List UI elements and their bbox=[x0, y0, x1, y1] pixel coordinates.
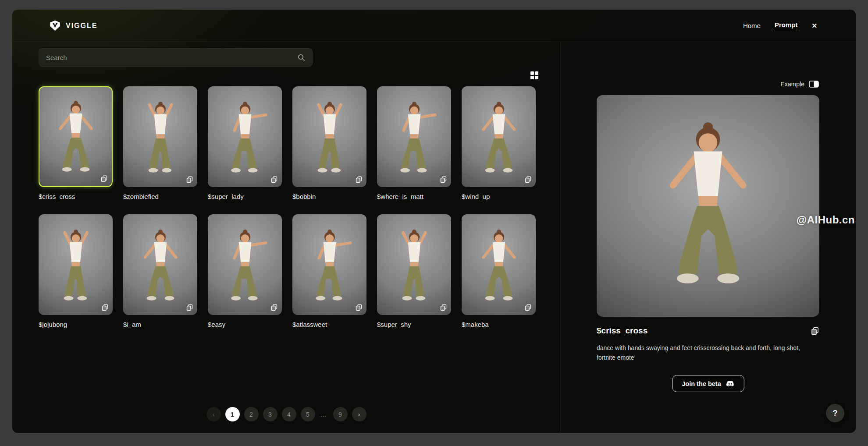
template-label: $super_lady bbox=[208, 193, 282, 200]
template-card-criss-cross[interactable] bbox=[39, 86, 113, 187]
template-cell: $easy bbox=[208, 214, 282, 328]
dancer-figure bbox=[385, 96, 443, 185]
brand-name: VIGGLE bbox=[66, 22, 97, 30]
pagination-page-3[interactable]: 3 bbox=[263, 407, 277, 421]
copy-icon[interactable] bbox=[811, 326, 819, 335]
template-card-atlassweet[interactable] bbox=[292, 214, 366, 315]
template-label: $where_is_matt bbox=[377, 193, 451, 200]
example-label: Example bbox=[781, 81, 804, 88]
template-card-super-shy[interactable] bbox=[377, 214, 451, 315]
detail-title-row: $criss_cross bbox=[597, 326, 819, 336]
dancer-figure bbox=[47, 95, 105, 184]
viggle-logo-icon bbox=[49, 20, 61, 32]
copy-icon[interactable] bbox=[186, 176, 193, 183]
detail-description: dance with hands swaying and feet crissc… bbox=[597, 343, 818, 362]
close-icon[interactable]: ✕ bbox=[811, 22, 817, 30]
template-card-wind-up[interactable] bbox=[462, 86, 536, 187]
pagination-page-9[interactable]: 9 bbox=[333, 407, 348, 421]
dancer-figure bbox=[470, 223, 528, 313]
join-beta-button[interactable]: Join the beta bbox=[672, 375, 744, 392]
template-label: $bobbin bbox=[292, 193, 366, 200]
template-card-i-am[interactable] bbox=[123, 214, 197, 315]
template-grid: $criss_cross $zombiefied $super_lady bbox=[39, 86, 536, 328]
example-toggle-icon[interactable] bbox=[809, 81, 819, 88]
dancer-figure bbox=[301, 96, 359, 185]
template-cell: $makeba bbox=[462, 214, 536, 328]
template-card-easy[interactable] bbox=[208, 214, 282, 315]
template-cell: $super_lady bbox=[208, 86, 282, 200]
dancer-figure bbox=[132, 223, 189, 313]
template-label: $wind_up bbox=[462, 193, 536, 200]
copy-icon[interactable] bbox=[524, 176, 532, 183]
template-label: $atlassweet bbox=[292, 321, 366, 328]
app-window: VIGGLE Home Prompt ✕ bbox=[12, 10, 856, 433]
copy-icon[interactable] bbox=[270, 304, 278, 311]
pagination-next-icon[interactable]: › bbox=[352, 407, 366, 421]
detail-panel: Example @AIHub.cn $criss_cross dance wit… bbox=[560, 42, 856, 433]
template-browser: $criss_cross $zombiefied $super_lady bbox=[12, 42, 560, 433]
dancer-figure bbox=[216, 223, 274, 313]
copy-icon[interactable] bbox=[440, 304, 447, 311]
detail-title: $criss_cross bbox=[597, 326, 647, 336]
search-input[interactable] bbox=[46, 54, 297, 61]
copy-icon[interactable] bbox=[440, 176, 447, 183]
pagination-ellipsis: … bbox=[320, 411, 329, 418]
copy-icon[interactable] bbox=[524, 304, 532, 311]
template-cell: $jojubong bbox=[39, 214, 113, 328]
top-bar: VIGGLE Home Prompt ✕ bbox=[12, 10, 856, 42]
template-cell: $zombiefied bbox=[123, 86, 197, 200]
dancer-figure bbox=[470, 96, 528, 185]
search-bar[interactable] bbox=[39, 48, 313, 67]
copy-icon[interactable] bbox=[100, 175, 108, 182]
template-cell: $bobbin bbox=[292, 86, 366, 200]
join-beta-label: Join the beta bbox=[682, 380, 721, 387]
template-label: $super_shy bbox=[377, 321, 451, 328]
nav-item-prompt[interactable]: Prompt bbox=[775, 21, 798, 30]
pagination: ‹ 1 2 3 4 5 … 9 › bbox=[12, 407, 560, 421]
discord-icon bbox=[726, 379, 735, 388]
template-card-jojubong[interactable] bbox=[39, 214, 113, 315]
watermark: @AIHub.cn bbox=[797, 214, 855, 226]
template-cell: $criss_cross bbox=[39, 86, 113, 200]
template-label: $criss_cross bbox=[39, 193, 113, 200]
help-button[interactable]: ? bbox=[826, 404, 844, 422]
pagination-prev-icon[interactable]: ‹ bbox=[206, 407, 221, 421]
template-card-zombiefied[interactable] bbox=[123, 86, 197, 187]
template-label: $i_am bbox=[123, 321, 197, 328]
template-card-where-is-matt[interactable] bbox=[377, 86, 451, 187]
copy-icon[interactable] bbox=[270, 176, 278, 183]
template-label: $jojubong bbox=[39, 321, 113, 328]
copy-icon[interactable] bbox=[355, 176, 363, 183]
template-card-makeba[interactable] bbox=[462, 214, 536, 315]
main-nav: Home Prompt ✕ bbox=[743, 21, 817, 30]
dancer-figure bbox=[301, 223, 359, 313]
preview-image bbox=[597, 95, 819, 317]
brand[interactable]: VIGGLE bbox=[49, 20, 97, 32]
dancer-figure bbox=[385, 223, 443, 313]
template-label: $makeba bbox=[462, 321, 536, 328]
template-card-super-lady[interactable] bbox=[208, 86, 282, 187]
copy-icon[interactable] bbox=[186, 304, 193, 311]
dancer-figure bbox=[47, 223, 105, 313]
dancer-figure-large bbox=[642, 109, 774, 312]
pagination-page-2[interactable]: 2 bbox=[244, 407, 259, 421]
pagination-page-5[interactable]: 5 bbox=[301, 407, 315, 421]
template-cell: $where_is_matt bbox=[377, 86, 451, 200]
copy-icon[interactable] bbox=[101, 304, 109, 311]
template-cell: $atlassweet bbox=[292, 214, 366, 328]
template-cell: $wind_up bbox=[462, 86, 536, 200]
search-icon bbox=[297, 53, 305, 61]
copy-icon[interactable] bbox=[355, 304, 363, 311]
template-cell: $super_shy bbox=[377, 214, 451, 328]
template-card-bobbin[interactable] bbox=[292, 86, 366, 187]
template-label: $easy bbox=[208, 321, 282, 328]
example-row: Example bbox=[781, 81, 819, 88]
dancer-figure bbox=[216, 96, 274, 185]
template-label: $zombiefied bbox=[123, 193, 197, 200]
pagination-page-4[interactable]: 4 bbox=[282, 407, 296, 421]
template-cell: $i_am bbox=[123, 214, 197, 328]
pagination-page-1[interactable]: 1 bbox=[225, 407, 240, 421]
dancer-figure bbox=[132, 96, 189, 185]
nav-item-home[interactable]: Home bbox=[743, 22, 761, 29]
grid-view-icon[interactable] bbox=[530, 71, 539, 81]
